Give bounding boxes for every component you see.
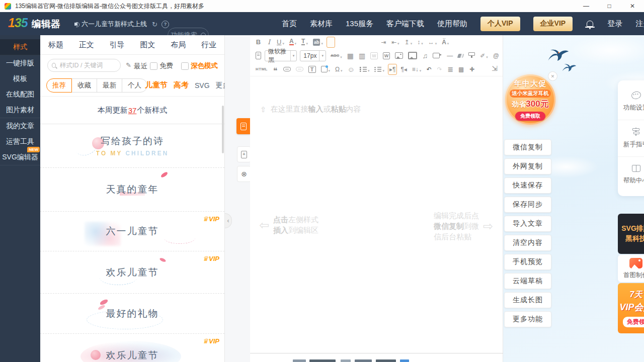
help-icon[interactable]: ? <box>162 21 169 28</box>
style-item-happy-childrens-day-2[interactable]: VIP 欢乐儿童节 <box>40 334 224 362</box>
remove-link-icon[interactable] <box>294 64 305 75</box>
free-checkbox-group[interactable]: 免费 <box>150 61 173 70</box>
insert-link-icon[interactable] <box>282 64 292 75</box>
summary-icon[interactable]: ≣ <box>446 64 455 75</box>
tab-image-text[interactable]: 图文 <box>140 40 155 50</box>
vip-free-claim-button[interactable]: 免费领 <box>623 317 644 327</box>
announcement-banner[interactable]: 六一儿童节新样式上线【点击查看】 ↻ ? <box>74 20 169 29</box>
redo-icon[interactable]: ↷ <box>435 64 444 75</box>
sidebar-item-online-images[interactable]: 在线配图 <box>0 86 40 102</box>
sidebar-item-my-articles[interactable]: 我的文章 <box>0 118 40 134</box>
text-bg-color-icon[interactable]: T <box>300 37 309 48</box>
one-click-beautify-icon[interactable]: ✐ <box>478 50 490 61</box>
align-right-icon[interactable] <box>348 37 356 48</box>
drag-move-icon[interactable]: ✚ <box>467 64 476 75</box>
wechat-copy-button[interactable]: 微信复制 <box>504 139 551 155</box>
new-page-icon[interactable] <box>254 50 263 61</box>
mobile-preview-button[interactable]: 手机预览 <box>504 254 551 270</box>
window-minimize-button[interactable]: — <box>575 0 598 12</box>
notification-bell-icon[interactable] <box>587 21 593 27</box>
format-brush-icon[interactable] <box>467 50 476 61</box>
word-import-icon[interactable]: W <box>381 50 392 61</box>
nav-link-services[interactable]: 135服务 <box>346 19 373 29</box>
indent-decrease-icon[interactable]: ⇤ <box>390 37 401 48</box>
promo-close-icon[interactable]: ✕ <box>548 71 557 81</box>
paragraph-ltr-icon[interactable]: ▸¶ <box>388 64 397 75</box>
qrcode-icon[interactable]: ▩ <box>457 64 465 75</box>
image-table-icon[interactable]: ▥ <box>357 50 367 61</box>
refresh-icon[interactable]: ↻ <box>152 21 157 28</box>
active-document-tab[interactable] <box>236 118 250 134</box>
generate-long-image-button[interactable]: 生成长图 <box>504 292 551 308</box>
free-checkbox[interactable] <box>150 62 157 70</box>
font-family-select[interactable]: 微软雅黑 <box>265 50 297 61</box>
nav-link-assets[interactable]: 素材库 <box>310 19 333 29</box>
window-close-button[interactable]: ✕ <box>621 0 644 12</box>
promo-bubble[interactable]: 年中大促 送小米蓝牙耳机 劲省300元 免费领取 ✕ <box>504 71 557 128</box>
panel-scrollbar[interactable] <box>222 106 224 153</box>
sidebar-item-image-assets[interactable]: 图片素材 <box>0 102 40 118</box>
undo-icon[interactable]: ↶ <box>425 64 433 75</box>
more-functions-button[interactable]: 更多功能 <box>504 311 551 327</box>
italic-icon[interactable]: I <box>265 37 273 48</box>
dark-mode-checkbox-group[interactable]: 深色模式 <box>181 61 218 70</box>
close-document-button[interactable]: ⊗ <box>237 166 251 182</box>
cover-maker-entry[interactable]: 首图制作 <box>618 255 644 282</box>
weekly-update-banner[interactable]: 本周更新37个新样式 <box>40 97 224 124</box>
tag-childrens-day[interactable]: 儿童节 <box>145 80 168 90</box>
style-item-innocent-childhood[interactable]: 天真的童年 <box>40 168 224 212</box>
save-sync-button[interactable]: 保存同步 <box>504 197 551 213</box>
svg-layout-ad[interactable]: SVG排版 黑科技 <box>618 214 644 254</box>
personal-vip-button[interactable]: 个人VIP <box>480 17 520 31</box>
window-maximize-button[interactable]: □ <box>598 0 621 12</box>
insert-table-icon[interactable]: ▦ <box>346 50 355 61</box>
dock-item-help-center[interactable]: 帮助中心 <box>618 157 644 193</box>
enterprise-vip-button[interactable]: 企业VIP <box>533 17 573 31</box>
insert-image-icon[interactable] <box>393 50 405 61</box>
emoji-icon[interactable]: ☺ <box>346 64 356 75</box>
new-document-button[interactable] <box>237 146 251 162</box>
align-block-icon[interactable] <box>358 37 367 48</box>
vip-trial-ad[interactable]: 7天 VIP会员 免费领 <box>618 283 644 333</box>
special-char-icon[interactable]: Ω <box>334 64 344 75</box>
fullscreen-icon[interactable]: ⇲ <box>492 64 498 72</box>
clear-content-button[interactable]: 清空内容 <box>504 235 551 251</box>
sidebar-item-templates[interactable]: 模板 <box>0 71 40 86</box>
bold-icon[interactable]: B <box>254 37 263 48</box>
underline-icon[interactable]: U <box>275 37 286 48</box>
paragraph-rtl-icon[interactable]: ¶◂ <box>399 64 408 75</box>
dark-mode-checkbox[interactable] <box>181 62 189 70</box>
unordered-list-icon[interactable] <box>373 64 386 75</box>
html-source-icon[interactable]: HTML <box>254 64 269 75</box>
tab-layout[interactable]: 布局 <box>171 40 186 50</box>
space-before-paragraph-icon[interactable]: ↥ <box>403 37 414 48</box>
tab-guide[interactable]: 引导 <box>110 40 125 50</box>
tab-industry[interactable]: 行业 <box>201 40 216 50</box>
font-size-select[interactable]: 17px <box>300 50 326 61</box>
search-replace-icon[interactable]: @ <box>492 50 501 61</box>
filter-newest[interactable]: 最新 <box>97 78 122 93</box>
text-box-icon[interactable]: T <box>307 64 317 75</box>
letter-spacing-icon[interactable]: ↔ <box>427 37 439 48</box>
app-logo[interactable]: 135 编辑器 <box>8 16 60 31</box>
font-color-icon[interactable]: A <box>288 37 298 48</box>
filter-favorites[interactable]: 收藏 <box>71 78 97 93</box>
tag-gaokao[interactable]: 高考 <box>174 80 189 90</box>
nav-link-client-download[interactable]: 客户端下载 <box>386 19 424 29</box>
style-item-best-gift[interactable]: 最好的礼物 <box>40 294 224 334</box>
sidebar-item-svg-editor[interactable]: SVG编辑器 NEW <box>0 149 40 165</box>
quick-save-button[interactable]: 快速保存 <box>504 177 551 194</box>
filter-recommended[interactable]: 推荐 <box>46 78 72 93</box>
insert-video-icon[interactable] <box>431 50 443 61</box>
style-search-box[interactable] <box>47 59 121 72</box>
dock-item-function-settings[interactable]: 功能设置 <box>618 83 644 120</box>
word-clean-paste-icon[interactable]: W <box>369 50 379 61</box>
cloud-draft-button[interactable]: 云端草稿 <box>504 273 551 289</box>
insert-section-icon[interactable] <box>319 64 332 75</box>
style-item-june-first-childrens-day[interactable]: VIP 六一儿童节 <box>40 212 224 251</box>
ordered-list-icon[interactable] <box>358 64 371 75</box>
align-justify-icon[interactable] <box>369 37 377 48</box>
indent-increase-icon[interactable]: ⇥ <box>379 37 388 48</box>
login-link[interactable]: 登录 <box>607 19 622 29</box>
promo-claim-button[interactable]: 免费领取 <box>515 112 545 121</box>
